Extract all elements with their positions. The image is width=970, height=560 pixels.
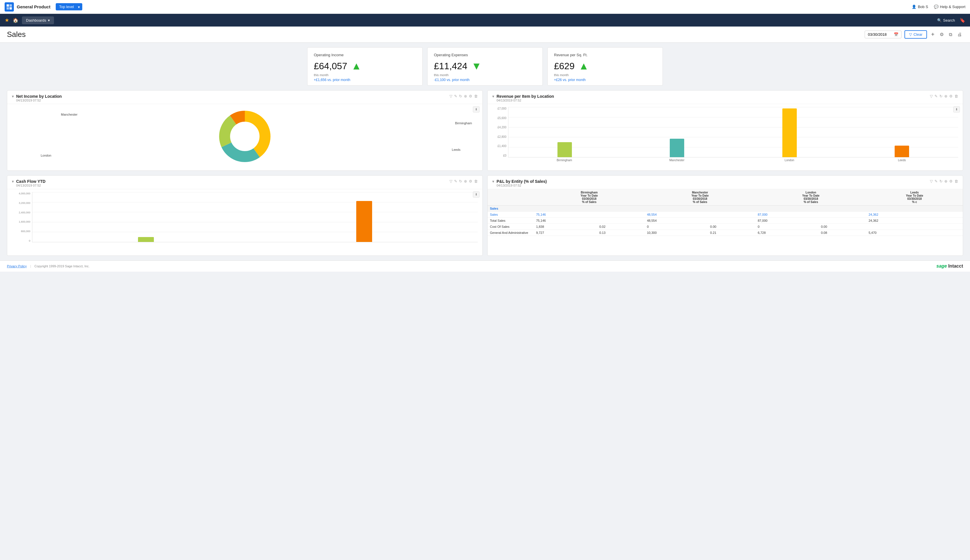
svg-rect-0 [7,4,9,6]
cf-bars-inner [32,192,478,242]
y-axis: £0 £1,400 £2,800 £4,200 £5,600 £7,000 [492,107,508,163]
y-label-2: £2,800 [492,135,507,138]
man-cos-pct: 0.00 [708,224,756,230]
kpi-operating-income: Operating Income £64,057 ▲ this month +£… [307,47,423,86]
cf-y-1: 800,000 [12,230,30,233]
man-sales[interactable]: 48,554 [645,212,708,218]
sales-link[interactable]: Sales [488,212,534,218]
y-label-3: £4,200 [492,126,507,129]
filter-tool-icon[interactable]: ▽ [450,94,452,98]
kpi-revenue-sqft-change: +£26 vs. prior month [554,78,656,82]
svg-rect-2 [7,7,9,9]
bar-leeds [849,107,955,157]
date-filter[interactable]: 📅 [865,30,901,38]
nav-search[interactable]: 🔍 Search [937,18,955,22]
lon-sales-pct [819,212,866,218]
net-income-card: ▾ Net Income by Location 04/13/2019 07:5… [7,90,483,171]
add-button[interactable]: + [930,30,936,39]
man-total: 48,554 [645,218,708,224]
zoom-tool-icon-2[interactable]: ⊕ [944,94,948,98]
cashflow-tools: ▽ ✎ ↻ ⊕ ⚙ 🗑 [450,179,478,183]
leeds-label: Leeds [452,148,460,152]
filter-tool-icon-2[interactable]: ▽ [930,94,933,98]
kpi-operating-expenses-change: -£1,100 vs. prior month [434,78,536,82]
delete-tool-icon[interactable]: 🗑 [474,94,478,98]
th-empty [488,189,534,206]
favorites-star-icon[interactable]: ★ [5,17,9,23]
th-leeds: Leeds Year To Date 03/30/2018 % c [866,189,963,206]
dashboards-nav[interactable]: Dashboards ▾ [22,17,54,24]
refresh-tool-icon-2[interactable]: ↻ [939,94,943,98]
print-button[interactable]: 🖨 [956,31,963,38]
copy-button[interactable]: ⧉ [948,31,953,38]
lon-sales[interactable]: 87,000 [756,212,819,218]
delete-tool-icon-4[interactable]: 🗑 [955,179,958,183]
cf-bar-2 [356,201,372,242]
level-select-wrap[interactable]: Top level [56,3,82,10]
sales-section-label[interactable]: Sales [488,206,534,212]
refresh-tool-icon-3[interactable]: ↻ [459,179,462,183]
expand-icon-2[interactable]: ▾ [492,94,494,98]
kpi-operating-expenses: Operating Expenses £11,424 ▼ this month … [427,47,543,86]
cashflow-chart-inner: 0 800,000 1,600,000 2,400,000 3,200,000 … [12,192,478,248]
help-support[interactable]: 💬 Help & Support [934,5,965,9]
sales-section-empty [534,206,963,212]
kpi-operating-expenses-main: £11,424 ▼ [434,60,536,72]
settings-tool-icon-4[interactable]: ⚙ [949,179,953,183]
bar-label-manchester: Manchester [624,158,731,162]
bar-birmingham [511,107,618,157]
leeds-ga: 5,470 [866,230,939,236]
clear-button[interactable]: ▽ Clear [905,30,927,38]
date-input[interactable] [868,32,894,37]
charts-row: ▾ Net Income by Location 04/13/2019 07:5… [7,90,963,171]
leeds-sales-pct [939,212,963,218]
leeds-cos [866,224,939,230]
filter-tool-icon-3[interactable]: ▽ [450,179,452,183]
y-label-0: £0 [492,154,507,157]
refresh-tool-icon-4[interactable]: ↻ [939,179,943,183]
zoom-tool-icon-3[interactable]: ⊕ [464,179,467,183]
delete-tool-icon-3[interactable]: 🗑 [474,179,478,183]
net-income-tools: ▽ ✎ ↻ ⊕ ⚙ 🗑 [450,94,478,98]
edit-tool-icon-2[interactable]: ✎ [935,94,938,98]
user-info[interactable]: 👤 Bob S [911,5,928,9]
revenue-item-date: 04/13/2019 07:52 [497,98,930,102]
settings-tool-icon-2[interactable]: ⚙ [949,94,953,98]
home-icon[interactable]: 🏠 [13,18,18,23]
edit-tool-icon-4[interactable]: ✎ [935,179,938,183]
footer-divider: | [30,265,31,268]
filter-tool-icon-4[interactable]: ▽ [930,179,933,183]
settings-button[interactable]: ⚙ [938,30,945,38]
cos-label: Cost Of Sales [488,224,534,230]
level-dropdown[interactable]: Top level [56,3,82,10]
bham-sales[interactable]: 75,146 [534,212,597,218]
kpi-row: Operating Income £64,057 ▲ this month +£… [7,47,963,86]
cf-bar-1 [138,237,154,242]
bars-inner [508,107,958,157]
refresh-tool-icon[interactable]: ↻ [459,94,462,98]
zoom-tool-icon[interactable]: ⊕ [464,94,467,98]
th-london: London Year To Date 03/30/2018 % of Sale… [756,189,866,206]
sage-logo-text: sage [937,263,948,268]
pl-title-area: P&L by Entity (% of Sales) 04/13/2019 07… [497,179,930,187]
expand-icon-3[interactable]: ▾ [12,179,14,184]
bar-manchester [624,107,731,157]
pl-table-header-row: Birmingham Year To Date 03/30/2018 % of … [488,189,963,206]
zoom-tool-icon-4[interactable]: ⊕ [944,179,948,183]
expand-icon[interactable]: ▾ [12,94,14,98]
settings-tool-icon-3[interactable]: ⚙ [469,179,472,183]
edit-tool-icon[interactable]: ✎ [454,94,457,98]
revenue-item-tools: ▽ ✎ ↻ ⊕ ⚙ 🗑 [930,94,958,98]
bookmark-icon[interactable]: 🔖 [960,18,965,23]
privacy-link[interactable]: Privacy Policy [7,265,27,268]
delete-tool-icon-2[interactable]: 🗑 [955,94,958,98]
settings-tool-icon[interactable]: ⚙ [469,94,472,98]
donut-svg [216,108,274,165]
edit-tool-icon-3[interactable]: ✎ [454,179,457,183]
expand-icon-4[interactable]: ▾ [492,179,494,184]
top-bar-right: 👤 Bob S 💬 Help & Support [911,5,965,9]
bham-total: 75,146 [534,218,597,224]
donut-chart: Manchester Birmingham Leeds London [12,107,478,166]
leeds-sales[interactable]: 24,362 [866,212,939,218]
calendar-icon[interactable]: 📅 [894,32,898,37]
